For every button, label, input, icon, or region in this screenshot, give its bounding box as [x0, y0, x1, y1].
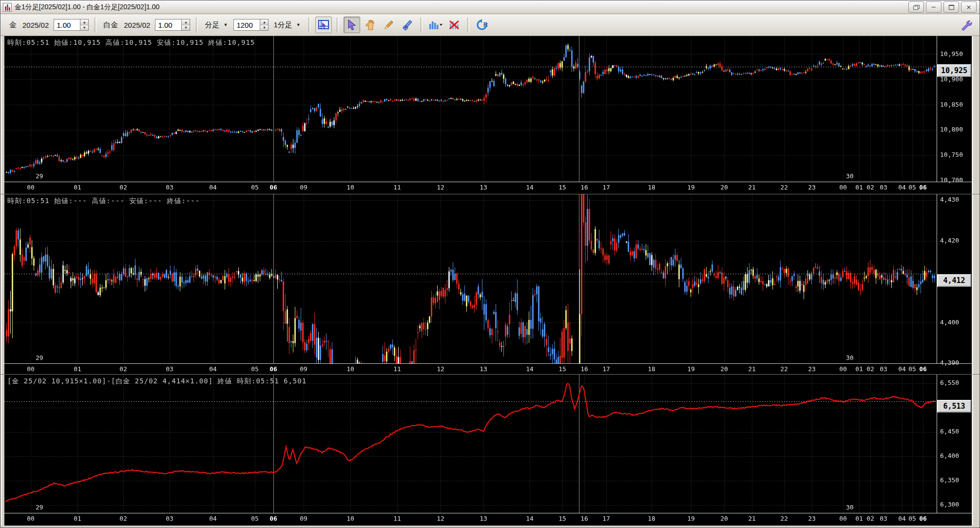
platinum-last-price-box: 4,412	[937, 274, 971, 287]
title-bar[interactable]: 金1分足[2025/02]1.00 - 白金1分足[2025/02]1.00 −…	[0, 0, 980, 14]
float-window-button[interactable]	[908, 1, 924, 13]
delete-chart-icon	[448, 19, 460, 31]
app-icon	[3, 3, 12, 12]
toolbar-separator	[308, 18, 310, 32]
toolbar-separator	[196, 18, 198, 32]
pencil-draw-button[interactable]	[381, 17, 397, 33]
marker-crosshair-icon	[402, 19, 413, 31]
spread-chart-canvas[interactable]	[0, 375, 980, 528]
gold-multiplier-value[interactable]: 1.00	[54, 19, 80, 31]
interval-dropdown[interactable]: 1分足	[273, 20, 292, 30]
select-cursor-icon	[346, 19, 358, 31]
window-title: 金1分足[2025/02]1.00 - 白金1分足[2025/02]1.00	[15, 3, 159, 12]
scale-settings-icon	[318, 19, 329, 31]
spread-last-price-box: 6,513	[937, 400, 971, 413]
select-cursor-button[interactable]	[344, 17, 360, 33]
spin-up-icon[interactable]: ▲	[182, 19, 190, 25]
maximize-icon	[949, 5, 954, 10]
platinum-chart-canvas[interactable]	[0, 194, 980, 375]
gold-label: 金	[9, 20, 17, 30]
bar-count-value[interactable]: 1200	[233, 19, 260, 31]
gold-last-price-box: 10,925	[937, 64, 971, 77]
gold-ohlc-info: 時刻:05:51 始値:10,915 高値:10,915 安値:10,915 終…	[7, 38, 255, 47]
gold-chart-canvas[interactable]	[0, 36, 980, 194]
spin-up-icon[interactable]: ▲	[260, 19, 268, 25]
delete-chart-button[interactable]	[446, 17, 462, 33]
svg-text:R: R	[483, 21, 488, 28]
gold-month-label: 2025/02	[22, 21, 49, 29]
platinum-multiplier-spinner[interactable]: 1.00 ▲▼	[155, 19, 190, 31]
bar-type-dropdown[interactable]: 分足	[205, 20, 219, 30]
pencil-draw-icon	[383, 19, 395, 31]
platinum-label: 白金	[103, 20, 118, 30]
refresh-icon: R	[476, 19, 489, 31]
spin-down-icon[interactable]: ▼	[182, 25, 190, 31]
toolbar: 金 2025/02 1.00 ▲▼ 白金 2025/02 1.00 ▲▼ 分足 …	[0, 14, 980, 36]
wrench-settings-icon	[961, 19, 972, 31]
close-button[interactable]: ×	[961, 1, 977, 13]
minimize-button[interactable]: −	[926, 1, 942, 13]
spin-up-icon[interactable]: ▲	[80, 19, 88, 25]
chart-app-window: 金1分足[2025/02]1.00 - 白金1分足[2025/02]1.00 −…	[0, 0, 980, 528]
spin-down-icon[interactable]: ▼	[260, 25, 268, 31]
maximize-button[interactable]	[943, 1, 959, 13]
bar-chart-icon	[428, 19, 443, 31]
chevron-down-icon[interactable]: ▼	[223, 22, 228, 27]
settings-wrench-button[interactable]	[958, 17, 975, 33]
chevron-down-icon[interactable]: ▼	[296, 22, 301, 27]
toolbar-separator	[95, 18, 96, 32]
platinum-month-label: 2025/02	[124, 21, 150, 29]
platinum-ohlc-info: 時刻:05:51 始値:--- 高値:--- 安値:--- 終値:---	[7, 197, 200, 206]
close-icon: ×	[966, 3, 972, 11]
minimize-icon: −	[931, 3, 937, 11]
chart-type-button[interactable]	[427, 17, 444, 33]
refresh-button[interactable]: R	[474, 17, 491, 33]
toolbar-separator	[467, 18, 469, 32]
pan-hand-button[interactable]	[362, 17, 379, 33]
gold-multiplier-spinner[interactable]: 1.00 ▲▼	[54, 19, 89, 31]
toolbar-separator	[337, 18, 339, 32]
bar-count-spinner[interactable]: 1200 ▲▼	[233, 19, 269, 31]
spread-info: [金 25/02 10,915×1.00]-[白金 25/02 4,414×1.…	[7, 377, 307, 386]
float-window-icon	[913, 5, 919, 9]
scale-settings-button[interactable]	[315, 17, 332, 33]
platinum-multiplier-value[interactable]: 1.00	[155, 19, 181, 31]
pan-hand-icon	[365, 19, 376, 31]
toolbar-separator	[421, 18, 423, 32]
spin-down-icon[interactable]: ▼	[80, 25, 88, 31]
marker-crosshair-button[interactable]	[399, 17, 416, 33]
